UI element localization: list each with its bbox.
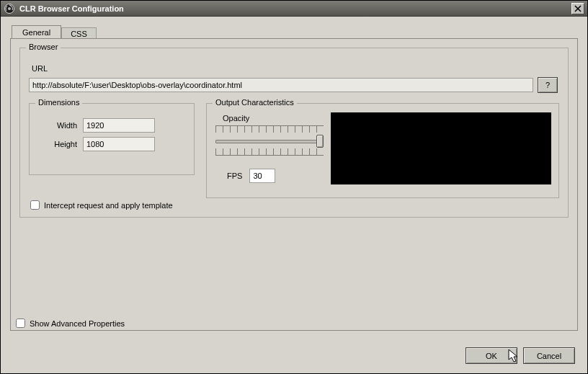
opacity-slider[interactable] [215,125,324,156]
output-preview [331,112,551,184]
tab-label: CSS [71,30,87,38]
dimensions-legend: Dimensions [35,98,82,107]
url-help-button[interactable]: ? [538,77,558,93]
output-legend: Output Characteristics [213,98,297,107]
show-advanced-checkbox[interactable] [16,319,25,328]
show-advanced-label: Show Advanced Properties [30,319,125,328]
browser-legend: Browser [26,43,61,51]
height-label: Height [37,140,77,148]
width-input[interactable] [83,118,155,133]
output-group: Output Characteristics Opacity FPS [206,103,559,198]
tab-strip: General CSS [12,25,578,38]
ok-button[interactable]: OK [466,347,517,364]
tab-label: General [22,28,50,37]
help-label: ? [545,81,550,89]
obs-icon [4,3,15,14]
window-title: CLR Browser Configuration [19,4,124,13]
svg-point-1 [8,7,11,10]
dialog-footer: OK Cancel [466,347,575,364]
url-input[interactable] [29,78,533,92]
ok-label: OK [486,352,497,360]
intercept-checkbox[interactable] [30,200,40,210]
cancel-label: Cancel [537,352,561,360]
close-button[interactable] [571,3,584,14]
cancel-button[interactable]: Cancel [523,347,575,364]
opacity-label: Opacity [223,114,324,123]
intercept-label: Intercept request and apply template [44,201,173,210]
tab-general[interactable]: General [12,25,61,39]
browser-group: Browser URL ? Dimensions Width Height [19,48,569,218]
fps-label: FPS [227,172,242,180]
fps-input[interactable] [249,169,275,183]
tab-panel-general: Browser URL ? Dimensions Width Height [10,38,578,331]
url-label: URL [32,64,559,73]
width-label: Width [37,121,77,130]
height-input[interactable] [83,137,155,151]
slider-thumb[interactable] [316,135,324,148]
title-bar: CLR Browser Configuration [1,1,587,17]
dimensions-group: Dimensions Width Height [29,103,195,175]
client-area: General CSS Browser URL ? Dimensions Wid… [1,17,587,373]
